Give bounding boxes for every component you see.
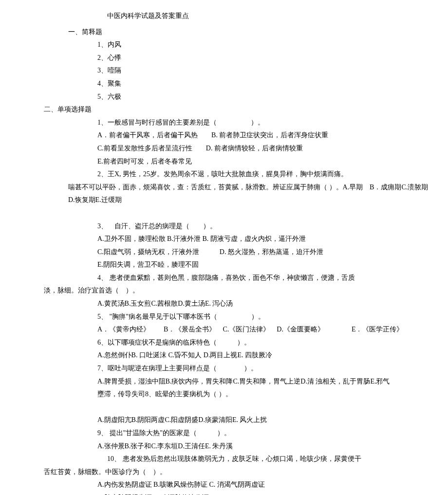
s2-q10-opts-a: A.内伤发热阴虚证 B.咳嗽风燥伤肺证 C. 消渴气阴两虚证 [97, 478, 429, 492]
s2-q3: 3、 自汗、盗汗总的病理是（ ）。 [97, 220, 429, 233]
s2-q6-opts: A.忽然倒仆B. 口吐涎沫 C.昏不知人 D.两目上视E. 四肢厥冷 [97, 349, 429, 362]
s2-q4-opts: A.黄芪汤B.玉女煎C.茜根散D.黄土汤E. 泻心汤 [97, 297, 429, 311]
s2-q1-opts-c: E.前者四时可发，后者冬春常见 [97, 155, 429, 168]
s2-q10: 10、 患者发热后忽然出现肢体脆弱无力，皮肤乏味，心烦口渴，呛咳少痰，尿黄便干 [107, 453, 429, 466]
s1-item-5: 5、六极 [97, 91, 429, 104]
section-1-heading: 一、简释题 [68, 26, 429, 39]
s2-q7-opts-b: 壅滞，传导失司8、眩晕的主要病机为（ ）。 [97, 388, 429, 401]
s2-q3-opts-c: E.阴阳失调，营卫不睦，腠理不固 [97, 258, 429, 272]
s2-q2-cont: 喘甚不可以平卧，面赤，烦渴喜饮，查：舌质红，苔黄腻，脉滑数。辨证应属于肺痈（ ）… [68, 181, 429, 207]
s2-q2: 2、王X, 男性，25岁。发热周余不退，咳吐大批脓血痰，腥臭异样，胸中烦满而痛。 [97, 168, 429, 181]
s2-q1-opts-b: C.前看呈发散性多后者呈流行性 D. 前者病情较轻，后者病情较重 [97, 142, 429, 155]
s2-q3-opts-b: C.阳虚气弱，摄纳无权，汗液外泄 D. 怒火湿热，邪热蒸逼，迫汗外泄 [97, 246, 429, 259]
s2-q4-cont: 淡，脉细。治疗宜首选（ ）。 [44, 284, 429, 297]
s2-q3-opts-a: A.卫外不固，腠理松散 B.汗液外泄 B. 阴液亏虚，虚火内炽，逼汗外泄 [97, 233, 429, 246]
s2-q7-opts-a: A.脾胃受损，湿浊中阻B.痰饮内停，胃失和降C.胃失和降，胃气上逆D.清 浊相关… [97, 375, 429, 388]
s2-q5-opts: A．《黄帝内经》 B．《景岳全书》 C.《医门法律》 D.《金匮要略》 E．《医… [97, 323, 429, 336]
s1-item-4: 4、聚集 [97, 77, 429, 91]
s2-q9: 9、 提出"甘温除大热"的医家是（ ）。 [97, 427, 429, 440]
s2-q6: 6、以下哪项症状不是痫病的临床特色（ ）。 [97, 336, 429, 349]
s2-q4: 4、 患者便血紫黯，甚则色黑，腹部隐痛，喜热饮，面色不华，神疲懒言，便溏，舌质 [97, 272, 429, 285]
s2-q9-opts: A.张仲景B.张子和C.李东垣D.王清任E. 朱丹溪 [97, 440, 429, 453]
s2-q7: 7、呕吐与呢逆在病理上主要同样点是（ ）。 [97, 362, 429, 375]
s1-item-1: 1、内风 [97, 38, 429, 52]
s2-q10-opts-b: D.肺痨肺阴损失证 E. 凑证肺热津伤证 [97, 492, 429, 495]
s2-q10-cont: 舌红苔黄，脉细数。中医诊疗为（ ）。 [44, 466, 429, 479]
s2-q5: 5、 "胸痹"病名最早见于以下哪本医书（ ）。 [97, 311, 429, 324]
doc-title: 中医内科学试题及答案重点 [107, 10, 429, 23]
section-2-heading: 二、单项选择题 [44, 103, 429, 116]
s2-q1: 1、一般感冒与时行感冒的主要差别是（ ）。 [97, 116, 429, 129]
s2-q1-opts-a: A．前者偏干风寒，后者偏干风热 B. 前者肺卫症状突出，后者浑身症状重 [97, 129, 429, 142]
s1-item-2: 2、心悸 [97, 52, 429, 65]
s1-item-3: 3、噎隔 [97, 64, 429, 77]
s2-q8-opts: A.阴虚阳亢B.阴阳两虚C.阳虚阴盛D.痰蒙清阳E. 风火上扰 [97, 414, 429, 427]
